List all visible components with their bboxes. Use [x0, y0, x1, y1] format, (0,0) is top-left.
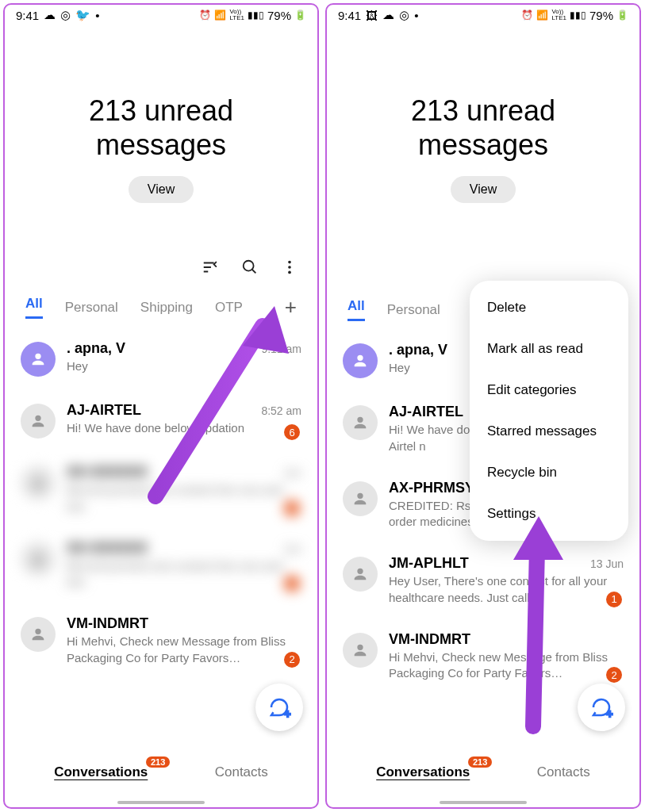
- sender-name: JM-APLHLT: [389, 555, 469, 572]
- view-button[interactable]: View: [129, 176, 194, 203]
- dot-icon: •: [95, 9, 99, 22]
- avatar: [21, 465, 56, 500]
- alarm-icon: ⏰: [521, 10, 533, 21]
- svg-point-2: [288, 266, 291, 270]
- more-icon[interactable]: [281, 259, 298, 276]
- wifi-icon: 📶: [536, 10, 548, 21]
- unread-badge: 1: [606, 592, 622, 607]
- network-label: Vo))LTE1: [229, 9, 244, 21]
- menu-starred[interactable]: Starred messages: [470, 411, 628, 452]
- instagram-icon: ◎: [60, 8, 71, 22]
- battery-icon: 🔋: [294, 10, 306, 21]
- nav-contacts[interactable]: Contacts: [215, 764, 268, 780]
- svg-point-0: [244, 261, 254, 271]
- sender-name: VM-INDMRT: [67, 615, 148, 632]
- sender-name: XX-XXXXXX: [67, 540, 148, 557]
- unread-badge: 1: [284, 576, 300, 592]
- sender-name: AJ-AIRTEL: [67, 402, 141, 419]
- avatar: [21, 404, 56, 439]
- wifi-icon: 📶: [214, 10, 226, 21]
- list-item[interactable]: JM-APLHLT13 Jun Hey User, There's one co…: [333, 542, 633, 619]
- compose-fab[interactable]: +: [578, 684, 625, 731]
- message-time: 13 Jun: [590, 557, 624, 570]
- sender-name: . apna, V: [389, 342, 447, 358]
- svg-text:+: +: [284, 707, 291, 720]
- list-item[interactable]: AJ-AIRTEL8:52 am Hi! We have done below …: [11, 389, 311, 451]
- message-preview: Hey User, There's one contact for all yo…: [389, 573, 624, 606]
- network-label: Vo))LTE1: [551, 9, 566, 21]
- battery-text: 79%: [589, 9, 613, 22]
- view-button[interactable]: View: [451, 176, 516, 203]
- message-preview: Hi Mehvi, Check new Message from Bliss P…: [67, 634, 301, 666]
- message-preview: Hi Mehvi, Check new Message from Bliss P…: [389, 649, 624, 682]
- list-item[interactable]: . apna, V9:11 am Hey: [11, 327, 311, 389]
- battery-icon: 🔋: [616, 10, 628, 21]
- search-icon[interactable]: [241, 259, 259, 276]
- unread-title: 213 unread messages: [343, 94, 624, 162]
- svg-point-3: [288, 271, 291, 274]
- phone-frame-right: 9:41 🖼 ☁ ◎ • ⏰ 📶 Vo))LTE1 ▮▮▯ 79% 🔋 213 …: [325, 3, 641, 809]
- unread-title: 213 unread messages: [21, 94, 301, 162]
- menu-edit-categories[interactable]: Edit categories: [470, 370, 628, 411]
- avatar: [343, 343, 378, 378]
- phone-frame-left: 9:41 ☁ ◎ 🐦 • ⏰ 📶 Vo))LTE1 ▮▮▯ 79% 🔋 213 …: [3, 3, 319, 809]
- instagram-icon: ◎: [399, 8, 409, 22]
- message-preview: Hey: [67, 358, 301, 374]
- nav-conversations[interactable]: Conversations 213: [376, 764, 470, 780]
- conversation-list: . apna, V9:11 am Hey AJ-AIRTEL8:52 am Hi…: [5, 327, 317, 679]
- tab-personal[interactable]: Personal: [387, 302, 440, 318]
- gallery-icon: 🖼: [366, 9, 378, 22]
- tab-all[interactable]: All: [25, 296, 43, 319]
- sender-name: XX-XXXXXX: [67, 464, 148, 481]
- status-bar: 9:41 🖼 ☁ ◎ • ⏰ 📶 Vo))LTE1 ▮▮▯ 79% 🔋: [327, 5, 639, 22]
- cloud-icon: ☁: [44, 8, 56, 22]
- sender-name: . apna, V: [67, 340, 125, 357]
- list-item[interactable]: XX-XXXXXXJun Blurred preview text conten…: [11, 527, 311, 603]
- menu-mark-read[interactable]: Mark all as read: [470, 328, 628, 370]
- filter-icon[interactable]: [202, 259, 219, 276]
- message-preview: Hi! We have done below updation: [67, 420, 301, 436]
- status-bar: 9:41 ☁ ◎ 🐦 • ⏰ 📶 Vo))LTE1 ▮▮▯ 79% 🔋: [5, 5, 317, 22]
- hero-section: 213 unread messages View: [5, 22, 317, 235]
- sender-name: AJ-AIRTEL: [389, 404, 463, 420]
- compose-fab[interactable]: +: [255, 684, 303, 731]
- menu-recycle-bin[interactable]: Recycle bin: [470, 452, 628, 493]
- svg-text:+: +: [606, 707, 613, 720]
- add-category-icon[interactable]: +: [285, 295, 297, 320]
- avatar: [343, 481, 378, 516]
- battery-text: 79%: [267, 9, 291, 22]
- nav-conversations[interactable]: Conversations 213: [54, 764, 148, 780]
- signal-icon: ▮▮▯: [248, 10, 264, 21]
- category-tabs: All Personal Shipping OTP +: [5, 284, 317, 327]
- hero-section: 213 unread messages View: [327, 22, 639, 235]
- bottom-nav: Conversations 213 Contacts: [327, 753, 639, 799]
- nav-contacts[interactable]: Contacts: [537, 764, 590, 780]
- avatar: [21, 617, 56, 652]
- toolbar: [5, 235, 317, 284]
- bottom-nav: Conversations 213 Contacts: [5, 753, 317, 799]
- list-item[interactable]: XX-XXXXXXJun Blurred preview text conten…: [11, 451, 311, 527]
- gesture-handle: [440, 801, 527, 804]
- avatar: [343, 557, 378, 592]
- list-item[interactable]: VM-INDMRT Hi Mehvi, Check new Message fr…: [11, 603, 311, 679]
- unread-badge: 6: [284, 424, 300, 440]
- list-item[interactable]: VM-INDMRT Hi Mehvi, Check new Message fr…: [333, 619, 633, 695]
- cloud-icon: ☁: [382, 8, 394, 22]
- tab-personal[interactable]: Personal: [65, 300, 118, 316]
- nav-badge: 213: [468, 756, 492, 768]
- tab-all[interactable]: All: [347, 298, 365, 321]
- tab-otp[interactable]: OTP: [215, 300, 243, 316]
- menu-delete[interactable]: Delete: [470, 287, 628, 328]
- menu-settings[interactable]: Settings: [470, 493, 628, 534]
- avatar: [21, 342, 56, 377]
- tab-shipping[interactable]: Shipping: [140, 300, 193, 316]
- message-time: 8:52 am: [261, 404, 301, 417]
- avatar: [21, 542, 56, 576]
- signal-icon: ▮▮▯: [570, 10, 586, 21]
- gesture-handle: [117, 801, 205, 804]
- message-time: Jun: [283, 466, 301, 479]
- nav-badge: 213: [146, 756, 170, 768]
- message-time: 9:11 am: [261, 343, 301, 355]
- avatar: [343, 633, 378, 668]
- message-time: Jun: [283, 542, 301, 555]
